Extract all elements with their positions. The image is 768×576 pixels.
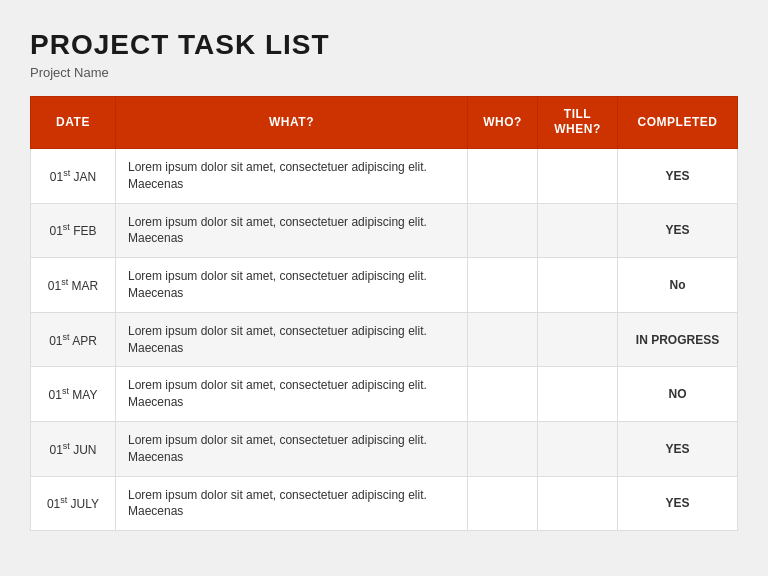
cell-date: 01st MAY (31, 367, 116, 422)
cell-who (468, 148, 538, 203)
task-table: DATE WHAT? WHO? TILL WHEN? COMPLETED 01s… (30, 96, 738, 531)
cell-till-when (538, 203, 618, 258)
cell-date: 01st FEB (31, 203, 116, 258)
cell-completed: YES (618, 203, 738, 258)
project-name: Project Name (30, 65, 738, 80)
cell-date: 01st JULY (31, 476, 116, 531)
table-row: 01st MAYLorem ipsum dolor sit amet, cons… (31, 367, 738, 422)
table-row: 01st JANLorem ipsum dolor sit amet, cons… (31, 148, 738, 203)
cell-till-when (538, 258, 618, 313)
cell-what: Lorem ipsum dolor sit amet, consectetuer… (116, 203, 468, 258)
cell-what: Lorem ipsum dolor sit amet, consectetuer… (116, 476, 468, 531)
page-container: PROJECT TASK LIST Project Name DATE WHAT… (0, 0, 768, 576)
cell-date: 01st JAN (31, 148, 116, 203)
cell-who (468, 476, 538, 531)
cell-who (468, 203, 538, 258)
cell-till-when (538, 312, 618, 367)
cell-date: 01st APR (31, 312, 116, 367)
cell-completed: No (618, 258, 738, 313)
cell-who (468, 367, 538, 422)
cell-what: Lorem ipsum dolor sit amet, consectetuer… (116, 148, 468, 203)
table-header-row: DATE WHAT? WHO? TILL WHEN? COMPLETED (31, 96, 738, 148)
header-who: WHO? (468, 96, 538, 148)
cell-till-when (538, 476, 618, 531)
table-row: 01st FEBLorem ipsum dolor sit amet, cons… (31, 203, 738, 258)
table-row: 01st JULYLorem ipsum dolor sit amet, con… (31, 476, 738, 531)
cell-who (468, 421, 538, 476)
table-row: 01st JUNLorem ipsum dolor sit amet, cons… (31, 421, 738, 476)
cell-completed: NO (618, 367, 738, 422)
cell-what: Lorem ipsum dolor sit amet, consectetuer… (116, 421, 468, 476)
header-completed: COMPLETED (618, 96, 738, 148)
cell-who (468, 258, 538, 313)
table-row: 01st MARLorem ipsum dolor sit amet, cons… (31, 258, 738, 313)
cell-date: 01st JUN (31, 421, 116, 476)
header-till-when: TILL WHEN? (538, 96, 618, 148)
cell-till-when (538, 367, 618, 422)
cell-completed: YES (618, 148, 738, 203)
cell-completed: YES (618, 421, 738, 476)
cell-what: Lorem ipsum dolor sit amet, consectetuer… (116, 258, 468, 313)
header-date: DATE (31, 96, 116, 148)
page-title: PROJECT TASK LIST (30, 30, 738, 61)
header-what: WHAT? (116, 96, 468, 148)
cell-who (468, 312, 538, 367)
cell-date: 01st MAR (31, 258, 116, 313)
cell-what: Lorem ipsum dolor sit amet, consectetuer… (116, 367, 468, 422)
cell-completed: IN PROGRESS (618, 312, 738, 367)
cell-till-when (538, 148, 618, 203)
cell-completed: YES (618, 476, 738, 531)
table-row: 01st APRLorem ipsum dolor sit amet, cons… (31, 312, 738, 367)
cell-till-when (538, 421, 618, 476)
cell-what: Lorem ipsum dolor sit amet, consectetuer… (116, 312, 468, 367)
